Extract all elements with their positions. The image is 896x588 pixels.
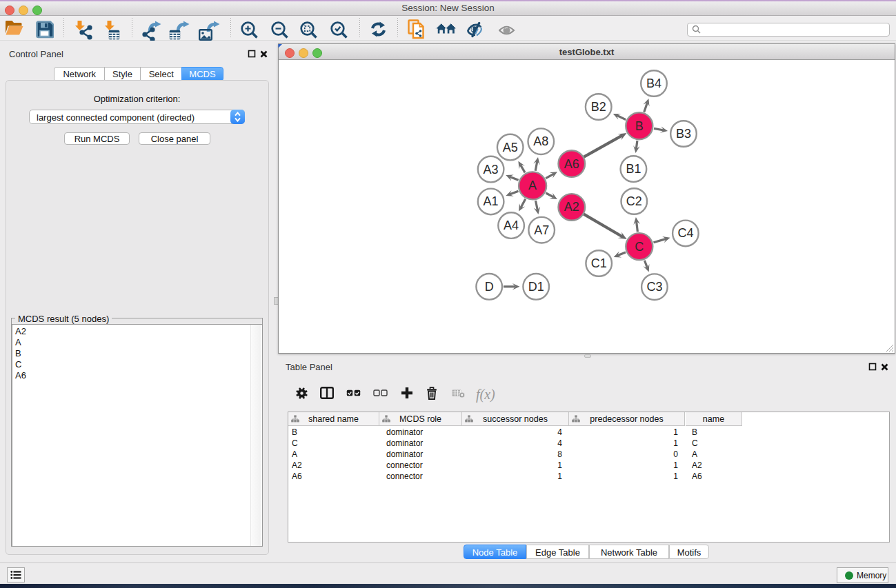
svg-text:C1: C1	[591, 256, 607, 270]
svg-text:B: B	[635, 119, 644, 133]
svg-text:A4: A4	[504, 219, 519, 232]
svg-text:A7: A7	[534, 223, 549, 237]
svg-text:A2: A2	[564, 200, 579, 214]
svg-text:A1: A1	[484, 194, 499, 208]
svg-text:C3: C3	[646, 280, 662, 294]
svg-text:A8: A8	[533, 134, 548, 148]
svg-text:A6: A6	[564, 157, 579, 171]
svg-text:C: C	[635, 240, 644, 254]
svg-text:A3: A3	[484, 163, 499, 176]
svg-text:B3: B3	[676, 127, 691, 141]
svg-text:C4: C4	[677, 226, 693, 240]
svg-text:B1: B1	[626, 162, 641, 176]
svg-text:D1: D1	[528, 280, 544, 294]
svg-text:B2: B2	[591, 100, 606, 114]
svg-text:B4: B4	[646, 77, 661, 90]
svg-text:A5: A5	[503, 141, 518, 154]
svg-text:C2: C2	[626, 194, 642, 208]
svg-text:D: D	[485, 280, 494, 294]
svg-text:A: A	[528, 179, 537, 192]
